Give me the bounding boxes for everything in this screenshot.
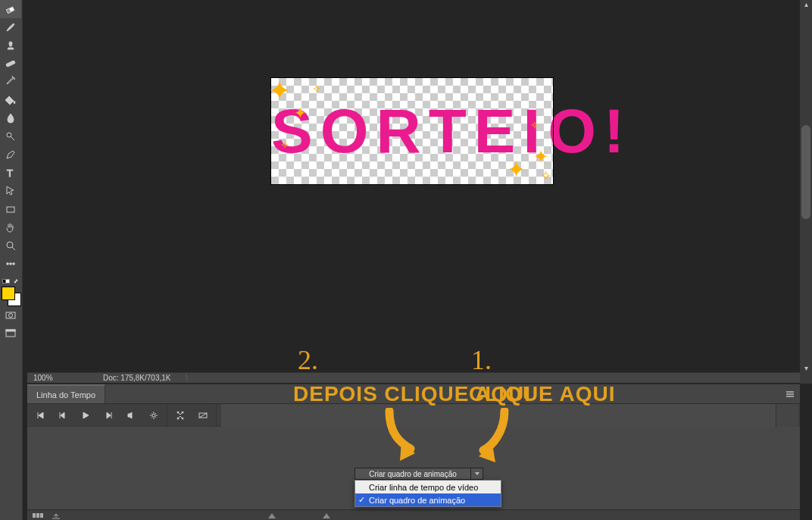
svg-point-8 — [10, 263, 12, 265]
scrollbar-thumb[interactable] — [801, 125, 810, 219]
sparkle-icon: ✦ — [507, 156, 526, 183]
type-icon: T — [5, 167, 17, 179]
screenmode-tool[interactable] — [0, 324, 21, 343]
svg-text:T: T — [7, 168, 13, 179]
tools-toolbar: T — [0, 0, 23, 520]
path-select-tool[interactable] — [0, 182, 21, 200]
zoom-marker-icon — [323, 513, 330, 518]
footer-zoom-track[interactable] — [68, 510, 795, 521]
quickmask-icon — [5, 309, 17, 321]
svg-rect-5 — [7, 207, 14, 212]
scroll-up-icon[interactable]: ▴ — [801, 0, 810, 9]
first-frame-button[interactable] — [29, 404, 52, 427]
annotation-number-2: 2. — [298, 344, 318, 376]
svg-point-6 — [7, 242, 13, 248]
svg-point-7 — [7, 263, 9, 265]
annotation-label-1: Clique aqui — [469, 382, 616, 406]
create-timeline-dropdown-toggle[interactable] — [470, 468, 483, 479]
tab-timeline[interactable]: Linha do Tempo — [27, 384, 105, 403]
doc-size-readout: Doc: 175,8K/703,1K — [103, 374, 171, 382]
create-timeline-button[interactable]: Criar quadro de animação — [354, 468, 483, 480]
sparkle-icon: ✦ — [294, 104, 307, 122]
svg-point-11 — [9, 314, 13, 318]
healing-brush-tool[interactable] — [0, 55, 21, 73]
split-button[interactable] — [169, 404, 192, 427]
svg-point-15 — [177, 412, 179, 413]
panel-footer — [27, 509, 800, 520]
shape-tool[interactable] — [0, 200, 21, 218]
transition-button[interactable] — [192, 404, 214, 427]
svg-rect-21 — [36, 513, 39, 518]
pen-tool[interactable] — [0, 146, 21, 164]
sparkle-icon: ✦ — [533, 146, 548, 168]
dodge-tool[interactable] — [0, 127, 21, 146]
rect-icon — [5, 203, 17, 215]
swatch-foreground[interactable] — [2, 287, 15, 300]
stamp-tool[interactable] — [0, 36, 21, 55]
svg-rect-2 — [6, 61, 16, 67]
timeline-right-spacer — [776, 404, 798, 427]
magnifier-icon — [5, 240, 17, 252]
more-tools[interactable] — [0, 255, 21, 273]
hand-tool[interactable] — [0, 218, 21, 237]
crop-tool2[interactable] — [0, 73, 21, 91]
bandaid-icon — [5, 58, 17, 70]
svg-rect-22 — [40, 513, 43, 518]
dots-icon — [5, 258, 17, 270]
mute-button[interactable] — [120, 404, 142, 427]
bucket-tool[interactable] — [0, 91, 21, 109]
svg-point-14 — [152, 414, 155, 417]
eraser-tool[interactable] — [0, 0, 21, 18]
blur-tool[interactable] — [0, 109, 21, 127]
type-tool[interactable]: T — [0, 164, 21, 182]
status-bar: 100% Doc: 175,8K/703,1K 〉 — [27, 372, 800, 383]
canvas-area[interactable]: ✦ ✦ ✧ ✧ ✦ ✦ ✧ ✧ SORTEIO! — [27, 0, 800, 372]
screen-icon — [5, 327, 17, 340]
create-timeline-label[interactable]: Criar quadro de animação — [355, 468, 470, 479]
svg-point-9 — [13, 263, 15, 265]
settings-button[interactable] — [142, 404, 165, 427]
annotation-arrow-1 — [465, 408, 518, 468]
sparkle-icon: ✧ — [530, 119, 539, 131]
quickmask-tool[interactable] — [0, 306, 21, 324]
brush-icon — [5, 21, 17, 33]
svg-rect-13 — [6, 330, 15, 331]
sparkle-icon: ✧ — [540, 168, 551, 184]
panel-menu-icon[interactable] — [780, 384, 800, 403]
annotation-arrow-2 — [376, 408, 429, 465]
status-chevron-icon[interactable]: 〉 — [185, 373, 192, 384]
cursor-icon — [5, 185, 17, 197]
menu-item-video-timeline[interactable]: Criar linha de tempo de vídeo — [355, 481, 501, 493]
sparkle-icon: ✧ — [280, 139, 289, 151]
svg-rect-20 — [33, 513, 36, 518]
scroll-down-icon[interactable]: ▾ — [801, 364, 810, 373]
footer-export-icon[interactable] — [50, 510, 62, 521]
vertical-scrollbar[interactable]: ▴ ▾ — [800, 0, 812, 384]
prev-frame-button[interactable] — [52, 404, 74, 427]
lollipop-icon — [5, 130, 17, 143]
droplet-icon — [5, 112, 17, 124]
pen-icon — [5, 149, 17, 161]
footer-frames-icon[interactable] — [32, 510, 44, 521]
wand-icon — [5, 76, 17, 88]
zoom-marker-icon — [268, 513, 276, 518]
bucket-icon — [5, 94, 17, 106]
swap-icon — [13, 278, 19, 284]
sparkle-icon: ✦ — [268, 75, 291, 107]
stamp-icon — [5, 39, 17, 52]
svg-point-18 — [182, 418, 183, 419]
artboard[interactable]: ✦ ✦ ✧ ✧ ✦ ✦ ✧ ✧ SORTEIO! — [271, 78, 553, 184]
annotation-number-1: 1. — [471, 344, 492, 376]
zoom-readout[interactable]: 100% — [33, 374, 76, 382]
hand-icon — [5, 221, 17, 233]
svg-point-16 — [182, 412, 183, 413]
brush-tool[interactable] — [0, 18, 21, 36]
menu-item-frame-animation[interactable]: Criar quadro de animação — [355, 493, 501, 506]
play-button[interactable] — [74, 404, 97, 427]
svg-point-17 — [177, 418, 179, 419]
eraser-icon — [5, 3, 17, 15]
sparkle-icon: ✧ — [312, 83, 321, 95]
next-frame-button[interactable] — [97, 404, 120, 427]
swap-swatches[interactable] — [2, 277, 19, 285]
zoom-tool[interactable] — [0, 237, 21, 255]
